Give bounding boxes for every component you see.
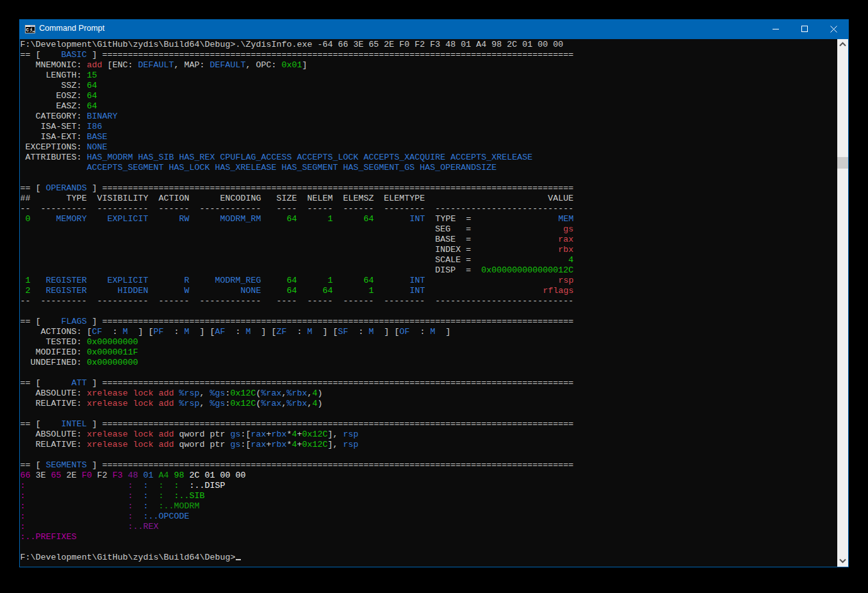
svg-text:C:: C: xyxy=(26,28,32,33)
